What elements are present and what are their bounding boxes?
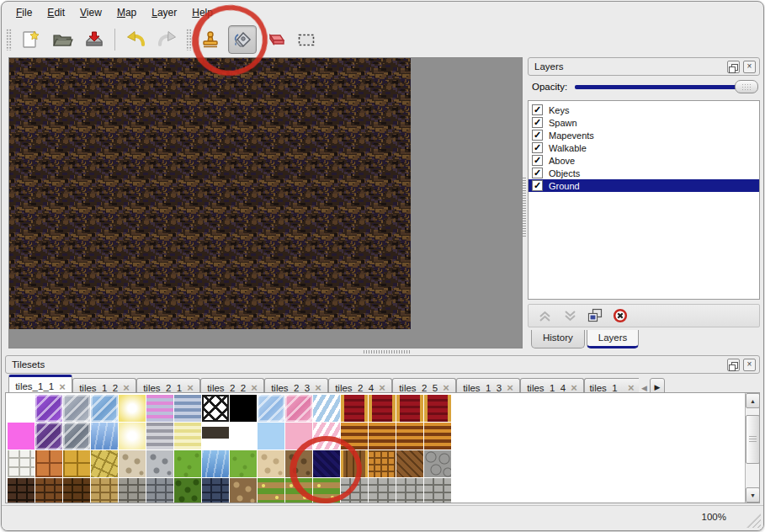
palette-tile-3-5[interactable] <box>119 450 146 477</box>
layer-visibility-checkbox[interactable]: ✓ <box>532 180 543 191</box>
toolbar-grip[interactable] <box>186 29 192 51</box>
palette-tile-1-8[interactable] <box>202 395 229 422</box>
palette-tile-1-5[interactable] <box>119 395 146 422</box>
palette-tile-2-12[interactable] <box>313 423 340 450</box>
palette-tile-2-5[interactable] <box>119 423 146 450</box>
palette-tile-4-3[interactable] <box>63 478 90 503</box>
palette-tile-1-6[interactable] <box>146 395 173 422</box>
palette-tile-4-15[interactable] <box>396 478 423 503</box>
palette-tile-3-7[interactable] <box>174 450 201 477</box>
palette-tile-2-3[interactable] <box>63 423 90 450</box>
palette-tile-2-13[interactable] <box>341 423 368 450</box>
save-map-button[interactable] <box>80 25 109 54</box>
palette-tile-3-12[interactable] <box>313 450 340 477</box>
palette-tile-3-15[interactable] <box>396 450 423 477</box>
palette-tile-2-4[interactable] <box>91 423 118 450</box>
palette-tile-3-10[interactable] <box>258 450 284 477</box>
close-panel-button[interactable]: × <box>743 61 756 73</box>
vertical-splitter-handle[interactable] <box>523 178 526 237</box>
palette-tile-1-3[interactable] <box>63 395 90 422</box>
palette-tile-2-14[interactable] <box>369 423 396 450</box>
layer-visibility-checkbox[interactable]: ✓ <box>532 168 543 178</box>
palette-tile-1-11[interactable] <box>285 395 312 422</box>
scroll-up-button[interactable]: ▲ <box>746 393 760 408</box>
menu-map[interactable]: Map <box>109 3 144 22</box>
new-map-button[interactable] <box>16 25 45 54</box>
map-canvas[interactable] <box>9 58 411 329</box>
layer-visibility-checkbox[interactable]: ✓ <box>532 117 543 128</box>
layer-visibility-checkbox[interactable]: ✓ <box>532 104 543 115</box>
palette-tile-1-2[interactable] <box>35 395 62 422</box>
palette-tile-3-11[interactable] <box>285 450 312 477</box>
palette-tile-2-2[interactable] <box>35 423 62 450</box>
palette-tile-1-9[interactable] <box>230 395 257 422</box>
layer-row-walkable[interactable]: ✓Walkable <box>529 141 759 154</box>
toolbar-grip[interactable] <box>6 29 12 51</box>
scroll-down-button[interactable]: ▼ <box>746 487 760 503</box>
menu-file[interactable]: File <box>8 3 40 22</box>
palette-tile-4-14[interactable] <box>369 478 396 503</box>
palette-tile-4-16[interactable] <box>424 478 451 503</box>
palette-tile-4-9[interactable] <box>230 478 257 503</box>
palette-tile-2-9[interactable] <box>230 423 257 450</box>
palette-tile-1-15[interactable] <box>396 395 423 422</box>
fill-tool-button[interactable] <box>228 25 257 54</box>
palette-tile-4-6[interactable] <box>146 478 173 503</box>
tab-close-icon[interactable]: × <box>59 381 66 392</box>
palette-tile-1-1[interactable] <box>8 395 35 422</box>
open-map-button[interactable] <box>48 25 77 54</box>
palette-tile-4-5[interactable] <box>119 478 146 503</box>
layer-row-objects[interactable]: ✓Objects <box>529 167 759 179</box>
duplicate-layer-button[interactable] <box>587 308 603 323</box>
undo-button[interactable] <box>121 25 150 54</box>
palette-tile-2-7[interactable] <box>174 423 201 450</box>
layer-row-mapevents[interactable]: ✓Mapevents <box>529 129 759 141</box>
float-panel-button[interactable] <box>727 61 740 73</box>
float-panel-button[interactable] <box>727 359 740 371</box>
dock-tab-history[interactable]: History <box>531 330 585 348</box>
menu-layer[interactable]: Layer <box>144 3 184 22</box>
layer-row-keys[interactable]: ✓Keys <box>529 104 759 116</box>
palette-tile-4-2[interactable] <box>35 478 62 503</box>
palette-tile-4-10[interactable] <box>258 478 284 503</box>
raise-layer-button[interactable] <box>537 308 552 323</box>
lower-layer-button[interactable] <box>562 308 577 323</box>
palette-tile-3-1[interactable] <box>8 450 35 477</box>
palette-tile-2-11[interactable] <box>285 423 312 450</box>
palette-tile-2-15[interactable] <box>396 423 423 450</box>
dock-tab-layers[interactable]: Layers <box>587 330 640 348</box>
palette-tile-4-7[interactable] <box>174 478 201 503</box>
palette-tile-2-1[interactable] <box>8 423 35 450</box>
eraser-tool-button[interactable] <box>260 25 289 54</box>
rect-select-tool-button[interactable] <box>292 25 321 54</box>
palette-tile-3-14[interactable] <box>369 450 396 477</box>
stamp-tool-button[interactable] <box>196 25 225 54</box>
palette-tile-4-13[interactable] <box>341 478 368 503</box>
palette-tile-3-13[interactable] <box>341 450 368 477</box>
delete-layer-button[interactable] <box>613 308 628 323</box>
horizontal-splitter-handle[interactable] <box>364 350 411 354</box>
palette-tile-3-16[interactable] <box>424 450 451 477</box>
palette-tile-4-4[interactable] <box>91 478 118 503</box>
tileset-scrollbar[interactable]: ▲ ▼ <box>745 393 759 503</box>
palette-tile-2-8[interactable] <box>202 423 229 450</box>
layer-visibility-checkbox[interactable]: ✓ <box>532 130 543 141</box>
opacity-slider[interactable] <box>573 80 758 93</box>
palette-tile-1-16[interactable] <box>424 395 451 422</box>
palette-tile-3-4[interactable] <box>91 450 118 477</box>
menu-edit[interactable]: Edit <box>40 3 72 22</box>
palette-tile-4-12[interactable] <box>313 478 340 503</box>
palette-tile-3-6[interactable] <box>146 450 173 477</box>
palette-tile-3-2[interactable] <box>35 450 62 477</box>
palette-tile-1-10[interactable] <box>258 395 284 422</box>
palette-tile-3-9[interactable] <box>230 450 257 477</box>
palette-tile-1-4[interactable] <box>91 395 118 422</box>
palette-tile-2-10[interactable] <box>258 423 284 450</box>
palette-tile-4-8[interactable] <box>202 478 229 503</box>
opacity-slider-handle[interactable] <box>735 80 758 93</box>
palette-tile-1-7[interactable] <box>174 395 201 422</box>
layer-row-above[interactable]: ✓Above <box>529 154 759 167</box>
menu-view[interactable]: View <box>72 3 109 22</box>
layer-visibility-checkbox[interactable]: ✓ <box>532 155 543 166</box>
palette-tile-1-12[interactable] <box>313 395 340 422</box>
